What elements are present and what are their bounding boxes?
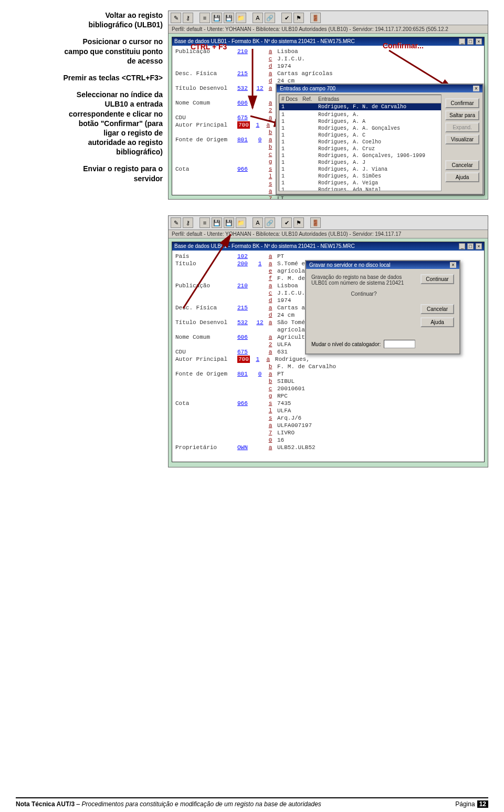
record-row: 016 (175, 436, 481, 444)
minimize-icon[interactable]: _ (459, 38, 465, 45)
instructions-column: Voltar ao registo bibliográfico (ULB01) … (16, 11, 163, 191)
col-ref: Ref. (300, 95, 316, 103)
record-row: Cota966s7435 (175, 400, 481, 407)
record-row: 7LIVRO (175, 429, 481, 436)
save-msg-line: Continuar? (311, 291, 416, 297)
footer-desc: – Procedimentos para constituição e modi… (75, 800, 321, 808)
instr-line: botão "Confirmar" (para (79, 119, 163, 128)
index-dialog: Entradas do campo 700 × # Docs Ref. Entr… (276, 84, 484, 195)
save-local-icon[interactable]: 💾 (224, 217, 234, 228)
index-entry-row[interactable]: 1Rodrigues, A. (279, 111, 441, 118)
list-icon[interactable]: ≡ (200, 217, 210, 228)
save-to-server-icon[interactable]: 💾 (212, 13, 222, 23)
save-to-server-icon[interactable]: 💾 (212, 217, 222, 228)
record-row: sArq.J/6 (175, 414, 481, 422)
index-entry-row[interactable]: 1Rodrigues, A. Simões (279, 173, 441, 180)
maximize-icon[interactable]: □ (467, 243, 474, 249)
instr-line: de acesso (127, 57, 163, 65)
record-row: bSIBUL (175, 378, 481, 385)
app-toolbar: ✎ ⚷ ≡ 💾 💾 📁 A 🔗 ✔ ⚑ 🚪 (169, 11, 488, 25)
door-icon[interactable]: 🚪 (310, 13, 321, 23)
index-entry-row[interactable]: 1Rodrigues, Ada Natal (279, 186, 441, 191)
door-icon[interactable]: 🚪 (310, 217, 321, 228)
flag-icon[interactable]: ⚑ (293, 217, 304, 228)
footer-code: Nota Técnica AUT/3 (16, 800, 75, 808)
aleph-icon[interactable]: A (253, 217, 263, 228)
instr-line: Premir as teclas <CTRL+F3> (64, 74, 163, 82)
col-entries: Entradas (316, 95, 441, 103)
record-row: cJ.I.C.U. (175, 55, 481, 63)
save-dialog: Gravar no servidor e no disco local × Gr… (305, 260, 460, 355)
close-icon[interactable]: × (476, 243, 482, 249)
index-entry-row[interactable]: 1Rodrigues, A. J (279, 159, 441, 166)
connect-icon[interactable]: 🔗 (265, 13, 275, 23)
dialog-title: Entradas do campo 700 (280, 86, 335, 91)
app-toolbar: ✎ ⚷ ≡ 💾 💾 📁 A 🔗 ✔ ⚑ 🚪 (169, 216, 488, 230)
continuar-button[interactable]: Continuar (421, 274, 454, 284)
close-icon[interactable]: × (476, 38, 482, 45)
instr-line: campo que constituiu ponto (65, 47, 163, 56)
cataloger-level-input[interactable] (384, 340, 415, 348)
record-row: Autor Principal7001aRodrigues, (175, 356, 481, 363)
ajuda-button[interactable]: Ajuda (421, 317, 454, 327)
record-row: 7LI (175, 195, 481, 200)
aleph-icon[interactable]: A (253, 13, 263, 23)
cancelar-button[interactable]: Cancelar (421, 304, 454, 314)
minimize-icon[interactable]: _ (459, 243, 465, 249)
ajuda-button[interactable]: Ajuda (445, 172, 479, 182)
confirmar-button[interactable]: Confirmar (445, 98, 479, 108)
page-label: Página (455, 800, 475, 808)
instr-line: correspondente e clicar no (69, 110, 163, 118)
index-entry-row[interactable]: 1Rodrigues, A. J. Viana (279, 166, 441, 173)
folder-icon[interactable]: 📁 (236, 13, 246, 23)
index-entry-row[interactable]: 1Rodrigues, A. Cruz (279, 145, 441, 152)
connect-icon[interactable]: 🔗 (265, 217, 275, 228)
instr-line: Enviar o registo para o (83, 164, 163, 173)
instr-line: Voltar ao registo (106, 11, 163, 19)
index-entry-row[interactable]: 1Rodrigues, A. Veiga (279, 180, 441, 186)
window-title: Base de dados ULB01 - Formato BK - Nº do… (174, 243, 355, 249)
folder-icon[interactable]: 📁 (236, 217, 246, 228)
window-controls: _ □ × (458, 38, 482, 45)
screenshot-2: ✎ ⚷ ≡ 💾 💾 📁 A 🔗 ✔ ⚑ 🚪 Perfil: default - … (168, 215, 488, 467)
record-row: c20010601 (175, 385, 481, 392)
record-row: Desc. Física215aCartas agrícolas (175, 70, 481, 77)
save-msg-line: Gravação do registo na base de dados (311, 274, 416, 280)
record-row: ProprietárioOWNaULB52.ULB52 (175, 444, 481, 451)
index-entry-row[interactable]: 1Rodrigues, A. Gonçalves, 1906-1999 (279, 152, 441, 159)
list-icon[interactable]: ≡ (200, 13, 210, 23)
saltar-button[interactable]: Saltar para (445, 110, 479, 120)
instr-line: Seleccionar no índice da (77, 90, 163, 99)
save-msg-line: ULB01 com número de sistema 210421 (311, 280, 416, 286)
index-entry-row[interactable]: 1Rodrigues, F. N. de Carvalho (279, 103, 441, 111)
screenshot-1: ✎ ⚷ ≡ 💾 💾 📁 A 🔗 ✔ ⚑ 🚪 Perfil: default - … (168, 11, 488, 200)
key-icon[interactable]: ⚷ (183, 13, 193, 23)
page-number: 12 (477, 800, 488, 808)
index-entry-row[interactable]: 1Rodrigues, A. A. Gonçalves (279, 125, 441, 132)
pencil-icon[interactable]: ✎ (171, 217, 181, 228)
instr-line: Posicionar o cursor no (83, 37, 163, 46)
key-icon[interactable]: ⚷ (183, 217, 193, 228)
expand-button[interactable]: Expand. (445, 122, 479, 132)
record-row: lULFA (175, 407, 481, 414)
index-entry-row[interactable]: 1Rodrigues, A. Coelho (279, 139, 441, 145)
window-controls: _ □ × (458, 243, 482, 249)
record-row: Fonte de Origem8010aPT (175, 370, 481, 378)
record-row: País102aPT (175, 253, 481, 260)
record-row: aULFA007197 (175, 422, 481, 429)
check-icon[interactable]: ✔ (281, 13, 292, 23)
pencil-icon[interactable]: ✎ (171, 13, 181, 23)
index-entry-row[interactable]: 1Rodrigues, A. C (279, 132, 441, 139)
instr-line: autoridade ao registo (88, 138, 163, 147)
dialog-close-icon[interactable]: × (473, 86, 479, 91)
cancelar-button[interactable]: Cancelar (445, 160, 479, 170)
dialog-close-icon[interactable]: × (450, 262, 456, 268)
save-local-icon[interactable]: 💾 (224, 13, 234, 23)
visualizar-button[interactable]: Visualizar (445, 134, 479, 144)
flag-icon[interactable]: ⚑ (293, 13, 304, 23)
instr-line: ligar o registo de (103, 129, 163, 137)
index-entry-row[interactable]: 1Rodrigues, A. A (279, 118, 441, 125)
maximize-icon[interactable]: □ (467, 38, 474, 45)
check-icon[interactable]: ✔ (281, 217, 292, 228)
overlay-ctrl-f3: CTRL + F3 (191, 43, 227, 51)
